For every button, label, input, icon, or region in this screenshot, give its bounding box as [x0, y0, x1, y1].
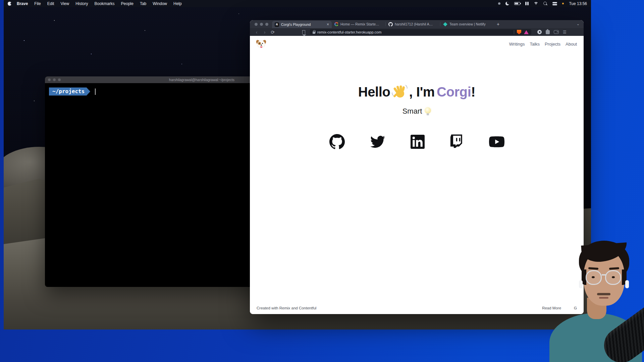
remix-favicon: R	[275, 22, 279, 27]
reload-button[interactable]: ⟳	[269, 30, 276, 35]
tab-bar: R Corgi's Playground × Home — Remix Star…	[250, 20, 584, 28]
browser-window-controls[interactable]	[250, 20, 272, 28]
do-not-disturb-moon-icon[interactable]	[505, 2, 509, 5]
brave-rewards-icon[interactable]	[524, 30, 529, 34]
battery-icon[interactable]	[514, 2, 520, 5]
person-mouth	[599, 297, 608, 299]
twitch-link-icon[interactable]	[450, 134, 464, 149]
tab-corgis-playground[interactable]: R Corgi's Playground ×	[272, 21, 332, 28]
lock-icon	[313, 32, 315, 34]
airpods-icon[interactable]	[525, 2, 529, 5]
github-link-icon[interactable]	[329, 134, 345, 149]
menu-item-brave[interactable]: Brave	[17, 1, 28, 6]
youtube-link-icon[interactable]	[489, 136, 504, 147]
address-bar: ‹ › ⟳ remix-contentful-starter.herokuapp…	[250, 28, 584, 36]
macos-menu-bar: Brave File Edit View History Bookmarks P…	[4, 0, 591, 7]
menu-item-file[interactable]: File	[34, 1, 41, 6]
menu-bar-clock[interactable]: Tue 13:56	[569, 1, 587, 6]
url-text[interactable]: remix-contentful-starter.herokuapp.com	[317, 30, 381, 34]
apple-icon[interactable]	[8, 2, 11, 6]
menu-item-edit[interactable]: Edit	[47, 1, 54, 6]
menu-item-view[interactable]: View	[60, 1, 69, 6]
footer-credit: Created with Remix and Contentful	[257, 306, 316, 310]
waving-hand-icon	[392, 84, 408, 100]
back-button[interactable]: ‹	[253, 30, 260, 35]
wifi-icon[interactable]	[534, 2, 538, 5]
wallet-icon[interactable]	[554, 30, 559, 34]
dog-logo-icon[interactable]	[257, 40, 266, 48]
tab-github-profile[interactable]: harshil1712 (Harshil Agrawal)	[386, 20, 440, 28]
new-tab-button[interactable]: +	[493, 21, 503, 27]
hero-section: Hello , I'm Corgi! Smart	[250, 84, 584, 149]
forward-button[interactable]: ›	[261, 30, 268, 35]
web-page: Writings Talks Projects About Hello , I'…	[250, 36, 584, 314]
twitter-link-icon[interactable]	[370, 135, 385, 148]
recording-dot-icon	[498, 2, 500, 5]
nav-link-writings[interactable]: Writings	[509, 42, 525, 47]
earbud-icon	[579, 280, 583, 288]
linkedin-link-icon[interactable]	[411, 135, 425, 149]
menu-item-history[interactable]: History	[75, 1, 88, 6]
social-links	[250, 134, 584, 149]
terminal-cursor	[95, 88, 96, 95]
nav-link-talks[interactable]: Talks	[530, 42, 540, 47]
tab-search-chevron-icon[interactable]: ⌄	[577, 22, 580, 26]
browser-menu-icon[interactable]: ☰	[563, 30, 567, 34]
nav-link-projects[interactable]: Projects	[545, 42, 560, 47]
github-favicon	[388, 22, 393, 26]
menu-item-window[interactable]: Window	[153, 1, 167, 6]
bookmark-icon[interactable]	[302, 30, 305, 34]
menu-item-help[interactable]: Help	[173, 1, 182, 6]
control-center-icon[interactable]	[552, 2, 557, 5]
hero-heading: Hello , I'm Corgi!	[250, 84, 584, 100]
nav-link-about[interactable]: About	[566, 42, 577, 47]
terminal-prompt-arrow	[87, 87, 90, 96]
tab-netlify-team[interactable]: Team overview | Netlify	[440, 20, 493, 28]
terminal-prompt-chip: ~/projects	[49, 87, 87, 96]
status-amber-dot	[562, 3, 564, 4]
menu-item-people[interactable]: People	[121, 1, 133, 6]
spotlight-search-icon[interactable]	[543, 2, 547, 6]
password-manager-icon[interactable]	[537, 30, 542, 34]
tab-close-icon[interactable]: ×	[327, 22, 329, 26]
netlify-favicon	[443, 22, 447, 26]
earbud-icon	[625, 280, 629, 288]
color-ring-favicon	[334, 22, 338, 26]
hero-subtitle: Smart	[250, 107, 584, 116]
site-header: Writings Talks Projects About	[250, 36, 584, 48]
brave-shield-icon[interactable]	[517, 30, 521, 35]
brave-browser-window: R Corgi's Playground × Home — Remix Star…	[250, 20, 584, 314]
menu-item-bookmarks[interactable]: Bookmarks	[95, 1, 115, 6]
person-glasses	[585, 270, 623, 286]
tab-remix-starter-video[interactable]: Home — Remix Starter [Video] — C	[332, 20, 385, 28]
menu-item-tab[interactable]: Tab	[140, 1, 146, 6]
site-nav: Writings Talks Projects About	[509, 42, 577, 47]
url-field[interactable]: remix-contentful-starter.herokuapp.com	[310, 29, 531, 35]
page-footer: Created with Remix and Contentful Read M…	[250, 306, 584, 310]
extensions-puzzle-icon[interactable]	[546, 30, 550, 34]
light-bulb-icon	[425, 107, 431, 115]
hero-name: Corgi	[437, 84, 471, 100]
url-field-separator	[514, 30, 514, 34]
